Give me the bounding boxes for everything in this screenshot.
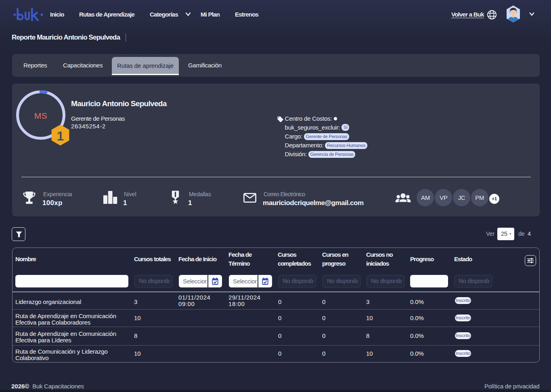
svg-text:1: 1 xyxy=(57,129,64,143)
svg-text:MS: MS xyxy=(34,111,48,120)
